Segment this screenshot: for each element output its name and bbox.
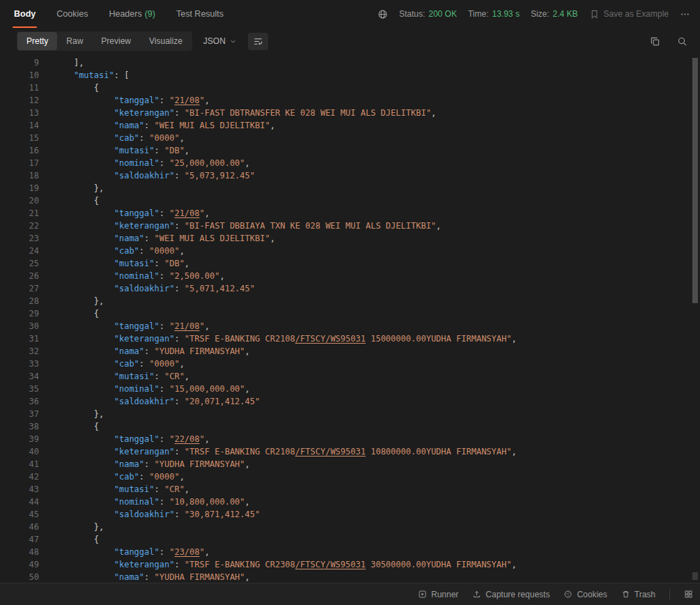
code-line-content: { (54, 194, 99, 207)
line-number: 36 (0, 395, 39, 408)
globe-icon (378, 9, 388, 20)
cookie-icon (563, 590, 573, 599)
footer-items: RunnerCapture requestsCookiesTrash (418, 590, 655, 599)
code-line-content: "tanggal": "21/08", (54, 320, 210, 332)
code-line-content: "cab": "0000", (54, 470, 185, 483)
code-line: 30 "tanggal": "21/08", (0, 320, 700, 332)
code-line: 12 "tanggal": "21/08", (0, 94, 700, 107)
grid-icon (684, 590, 693, 599)
language-dropdown[interactable]: JSON (203, 36, 237, 46)
runner-button[interactable]: Runner (418, 590, 458, 599)
code-line: 27 "saldoakhir": "5,071,412.45" (0, 282, 700, 295)
line-number: 28 (0, 295, 39, 307)
wrap-lines-button[interactable] (248, 33, 268, 50)
code-line-content: { (54, 420, 99, 433)
save-as-example-button[interactable]: Save as Example (589, 9, 669, 20)
line-number: 48 (0, 546, 39, 558)
code-line-content: "saldoakhir": "30,871,412.45" (54, 508, 260, 521)
line-number: 34 (0, 370, 39, 383)
code-line-content: }, (54, 521, 104, 533)
scrollbar-down-button[interactable] (692, 572, 698, 580)
code-line-content: "mutasi": "DB", (54, 257, 189, 270)
line-number: 41 (0, 458, 39, 470)
line-number: 47 (0, 533, 39, 546)
code-line: 22 "keterangan": "BI-FAST DBBIAYA TXN KE… (0, 220, 700, 232)
view-raw[interactable]: Raw (57, 32, 92, 50)
line-number: 33 (0, 358, 39, 370)
tab-headers[interactable]: Headers(9) (107, 0, 157, 28)
panel-grid-button[interactable] (684, 590, 693, 599)
tab-count-badge: (9) (145, 9, 155, 19)
code-line: 34 "mutasi": "CR", (0, 370, 700, 383)
trash-icon (621, 590, 630, 599)
code-line-content: "nominal": "25,000,000.00", (54, 157, 250, 169)
line-number: 14 (0, 119, 39, 132)
code-line: 13 "keterangan": "BI-FAST DBTRANSFER KE … (0, 107, 700, 119)
code-line: 38 { (0, 420, 700, 433)
status-indicator: Status: 200 OK (399, 9, 457, 19)
code-line-content: { (54, 533, 99, 546)
line-number: 17 (0, 157, 39, 169)
code-line-content: "keterangan": "BI-FAST DBBIAYA TXN KE 02… (54, 220, 441, 232)
body-toolbar-left: PrettyRawPreviewVisualize JSON (17, 31, 268, 51)
line-number: 45 (0, 508, 39, 521)
view-visualize[interactable]: Visualize (140, 32, 192, 50)
line-number: 32 (0, 345, 39, 358)
status-footer: RunnerCapture requestsCookiesTrash (0, 583, 700, 605)
code-line-content: "nama": "WEI MUI ALS DJELITKBI", (54, 232, 275, 245)
trash-button[interactable]: Trash (621, 590, 655, 599)
footer-item-label: Cookies (577, 590, 607, 599)
tab-cookies[interactable]: Cookies (55, 0, 89, 28)
code-line: 15 "cab": "0000", (0, 132, 700, 144)
tab-test-results[interactable]: Test Results (175, 0, 225, 28)
code-line-content: { (54, 82, 99, 94)
response-meta: Status: 200 OK Time: 13.93 s Size: 2.4 K… (378, 9, 690, 20)
code-line: 33 "cab": "0000", (0, 358, 700, 370)
code-line-content: }, (54, 408, 104, 420)
copy-icon (650, 36, 660, 47)
code-line: 40 "keterangan": "TRSF E-BANKING CR2108/… (0, 445, 700, 458)
code-line: 24 "cab": "0000", (0, 245, 700, 257)
code-line-content: "mutasi": "CR", (54, 370, 189, 383)
scrollbar-thumb[interactable] (692, 58, 698, 303)
code-line: 17 "nominal": "25,000,000.00", (0, 157, 700, 169)
code-line: 37 }, (0, 408, 700, 420)
code-line-content: "saldoakhir": "5,073,912.45" (54, 169, 255, 182)
status-value: 200 OK (428, 9, 457, 19)
code-line: 21 "tanggal": "21/08", (0, 207, 700, 220)
globe-button[interactable] (378, 9, 388, 20)
copy-button[interactable] (650, 36, 660, 47)
cookies-button[interactable]: Cookies (563, 590, 607, 599)
code-line-content: "saldoakhir": "20,071,412.45" (54, 395, 260, 408)
language-dropdown-value: JSON (203, 36, 226, 46)
code-line-content: "mutasi": "DB", (54, 144, 189, 157)
response-panel: BodyCookiesHeaders(9)Test Results Status… (0, 0, 700, 605)
capture-requests-button[interactable]: Capture requests (472, 590, 550, 599)
code-line: 19 }, (0, 182, 700, 194)
line-number: 50 (0, 571, 39, 583)
search-button[interactable] (677, 36, 687, 47)
line-number: 12 (0, 94, 39, 107)
code-line: 50 "nama": "YUDHA FIRMANSYAH", (0, 571, 700, 583)
more-options-button[interactable] (680, 9, 690, 20)
code-line-content: "nominal": "10,800,000.00", (54, 496, 250, 508)
capture-icon (472, 590, 481, 599)
code-line: 47 { (0, 533, 700, 546)
tab-body[interactable]: Body (13, 0, 37, 28)
more-options-icon (680, 9, 690, 20)
code-line-content: "cab": "0000", (54, 245, 185, 257)
code-line: 35 "nominal": "15,000,000.00", (0, 383, 700, 395)
line-number: 15 (0, 132, 39, 144)
code-line: 39 "tanggal": "22/08", (0, 433, 700, 445)
line-number: 44 (0, 496, 39, 508)
vertical-scrollbar[interactable] (690, 54, 700, 583)
line-number: 43 (0, 483, 39, 496)
line-number: 18 (0, 169, 39, 182)
view-preview[interactable]: Preview (92, 32, 140, 50)
line-number: 13 (0, 107, 39, 119)
code-line: 36 "saldoakhir": "20,071,412.45" (0, 395, 700, 408)
line-number: 49 (0, 558, 39, 571)
code-line-content: "keterangan": "TRSF E-BANKING CR2308/FTS… (54, 558, 517, 571)
view-pretty[interactable]: Pretty (17, 32, 57, 50)
status-label: Status: (399, 9, 425, 19)
